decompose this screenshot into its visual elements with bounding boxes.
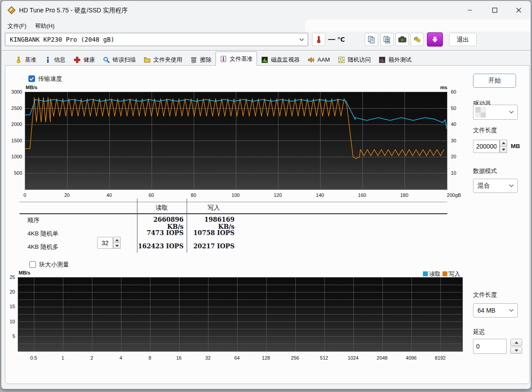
screenshot-button[interactable] bbox=[395, 33, 409, 46]
tick-label: 80 bbox=[191, 192, 196, 198]
delay-down-button[interactable] bbox=[510, 347, 522, 354]
tick-label: 1024 bbox=[348, 355, 358, 361]
extra-tests-icon bbox=[379, 56, 386, 63]
tab-erase[interactable]: 擦除 bbox=[186, 54, 215, 66]
close-button[interactable] bbox=[509, 1, 529, 20]
spin-up-button[interactable] bbox=[500, 140, 507, 147]
tick-label: 140 bbox=[316, 192, 324, 198]
tick-label: 30 bbox=[451, 138, 456, 143]
tick-label: 32 bbox=[205, 355, 211, 361]
queue-depth-input[interactable] bbox=[97, 237, 113, 249]
tick-label: 60 bbox=[451, 89, 456, 94]
info-icon bbox=[44, 56, 51, 63]
copy-text-icon bbox=[368, 35, 376, 43]
triangle-down-icon bbox=[515, 349, 518, 352]
copy-image-button[interactable] bbox=[380, 33, 394, 46]
file-length-unit: MB bbox=[511, 143, 520, 149]
queue-depth-spinner[interactable] bbox=[113, 237, 121, 249]
tab-file-benchmark[interactable]: 文件基准 bbox=[215, 51, 257, 66]
tab-label: 基准 bbox=[25, 56, 36, 64]
tick-label: 160 bbox=[358, 192, 366, 198]
menu-file[interactable]: 文件(F) bbox=[5, 21, 29, 31]
tick-label: 2 bbox=[90, 355, 93, 361]
triangle-down-icon bbox=[115, 245, 119, 247]
tick-label: 60 bbox=[149, 192, 154, 198]
transfer-speed-checkbox[interactable] bbox=[28, 75, 35, 82]
health-icon bbox=[74, 56, 81, 63]
table-header-line bbox=[20, 213, 447, 214]
chart2-yleft-unit: MB/s bbox=[19, 270, 30, 275]
data-mode-dropdown[interactable]: 混合 bbox=[473, 179, 518, 193]
spin-down-button[interactable] bbox=[500, 147, 507, 153]
tick-label: 0 bbox=[23, 192, 26, 198]
tick-label: 10 bbox=[451, 170, 456, 176]
camera-icon bbox=[398, 36, 407, 43]
copy-text-button[interactable] bbox=[365, 33, 378, 46]
file-length-spinner[interactable] bbox=[500, 140, 507, 153]
check-icon bbox=[29, 76, 35, 82]
tick-label: 1500 bbox=[5, 138, 22, 143]
tools-button[interactable] bbox=[411, 33, 424, 46]
tick-label: 40 bbox=[106, 192, 112, 198]
tick-label: 256 bbox=[291, 355, 299, 361]
delay-input[interactable] bbox=[473, 339, 507, 354]
data-mode-label: 数据模式 bbox=[473, 167, 497, 175]
tab-bar: 基准 信息 健康 错误扫描 文件夹使用 擦除 文件基准 磁盘监视器 bbox=[1, 51, 531, 66]
row-sequential-label: 顺序 bbox=[27, 216, 39, 224]
tick-label: 20 bbox=[451, 154, 456, 159]
tab-aam[interactable]: AAM bbox=[304, 54, 334, 66]
delay-up-button[interactable] bbox=[510, 339, 522, 346]
app-icon bbox=[8, 6, 16, 14]
tab-disk-monitor[interactable]: 磁盘监视器 bbox=[257, 54, 304, 66]
tick-label: 15 bbox=[5, 304, 15, 309]
tick-label: 180 bbox=[400, 192, 408, 198]
write-column-header: 写入 bbox=[187, 204, 241, 212]
drive-select[interactable]: KINGBANK KP230 Pro (2048 gB) bbox=[5, 33, 308, 46]
minimize-button[interactable] bbox=[460, 1, 480, 20]
download-button[interactable] bbox=[427, 32, 443, 47]
sequential-read-value: 2660896 KB/s bbox=[137, 216, 184, 230]
folder-usage-icon bbox=[144, 56, 151, 63]
4k-single-write-value: 10758 IOPS bbox=[188, 229, 235, 236]
tab-label: 文件基准 bbox=[230, 55, 253, 63]
random-access-icon bbox=[338, 56, 345, 63]
file-length-input[interactable] bbox=[473, 140, 500, 153]
chevron-down-icon bbox=[509, 309, 514, 312]
temperature-button[interactable] bbox=[312, 33, 325, 46]
tab-benchmark[interactable]: 基准 bbox=[11, 54, 40, 66]
maximize-button[interactable] bbox=[485, 1, 505, 20]
toolbar-separator bbox=[1, 50, 531, 51]
triangle-down-icon bbox=[502, 149, 505, 151]
tick-label: 4 bbox=[119, 355, 122, 361]
spin-down-button[interactable] bbox=[113, 243, 121, 249]
tick-label: 10 bbox=[5, 319, 15, 324]
tab-folder-usage[interactable]: 文件夹使用 bbox=[140, 54, 186, 66]
tab-label: 错误扫描 bbox=[113, 56, 136, 64]
tick-label: 1000 bbox=[5, 154, 22, 159]
temperature-unit: ℃ bbox=[337, 36, 345, 43]
tab-info[interactable]: 信息 bbox=[40, 54, 70, 66]
tab-extra-tests[interactable]: 额外测试 bbox=[375, 54, 415, 66]
tab-random-access[interactable]: 随机访问 bbox=[334, 54, 375, 66]
menu-help[interactable]: 帮助(H) bbox=[32, 21, 57, 31]
tab-health[interactable]: 健康 bbox=[70, 54, 99, 66]
exit-button[interactable]: 退出 bbox=[449, 33, 477, 46]
error-scan-icon bbox=[103, 56, 110, 63]
tick-label: 25 bbox=[5, 274, 15, 280]
tab-error-scan[interactable]: 错误扫描 bbox=[99, 54, 140, 66]
4k-multi-write-value: 20217 IOPS bbox=[188, 243, 235, 250]
tab-label: 随机访问 bbox=[348, 56, 371, 64]
spin-up-button[interactable] bbox=[113, 237, 121, 243]
table-divider-2 bbox=[187, 199, 187, 253]
block-size-checkbox[interactable] bbox=[29, 261, 36, 268]
tick-label: 64 bbox=[234, 355, 239, 361]
chart1-yright-unit: ms bbox=[430, 85, 447, 90]
transfer-speed-label: 传输速度 bbox=[38, 75, 62, 83]
disk-monitor-icon bbox=[261, 56, 268, 63]
drive-dropdown[interactable] bbox=[473, 105, 518, 120]
block-file-length-dropdown[interactable]: 64 MB bbox=[473, 303, 518, 318]
title-bar: HD Tune Pro 5.75 - 硬盘/SSD 实用程序 bbox=[1, 1, 531, 20]
tick-label: 2500 bbox=[5, 106, 22, 111]
censored-drive-value bbox=[475, 107, 486, 118]
start-button[interactable]: 开始 bbox=[473, 74, 516, 88]
